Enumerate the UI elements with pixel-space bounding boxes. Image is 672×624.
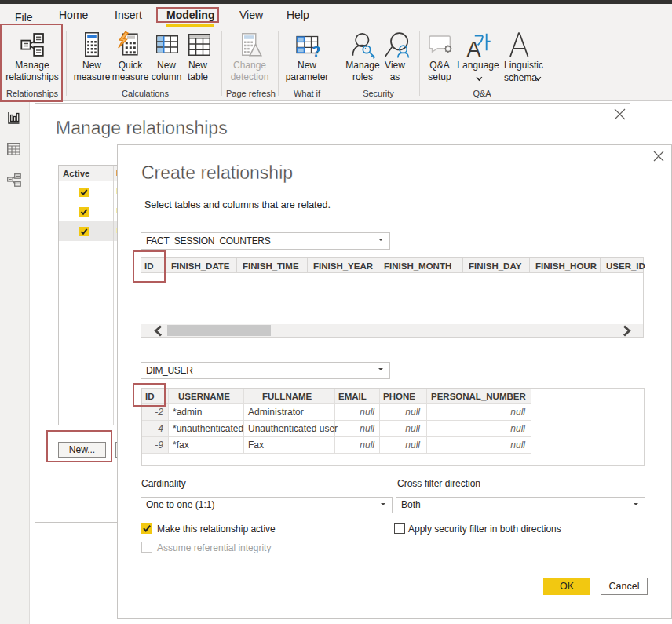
svg-text:A: A [467,38,481,57]
svg-text:?: ? [312,43,321,58]
